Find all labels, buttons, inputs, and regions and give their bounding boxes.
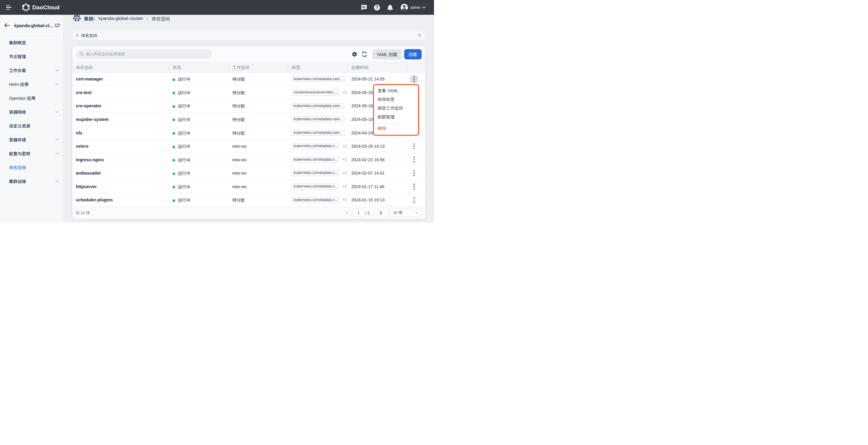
svg-text:?: ?: [376, 5, 379, 10]
